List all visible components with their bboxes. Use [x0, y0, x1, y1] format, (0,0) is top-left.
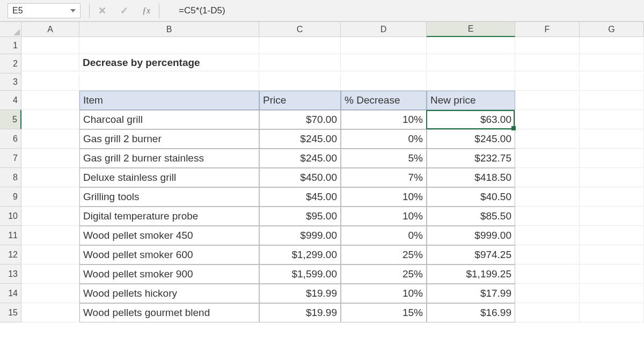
table-cell-newprice[interactable]: $40.50	[427, 187, 515, 207]
cell-F6[interactable]	[515, 129, 580, 149]
cell-G6[interactable]	[580, 129, 644, 149]
row-header-15[interactable]: 15	[0, 303, 21, 322]
table-cell-decrease[interactable]: 25%	[341, 264, 427, 284]
cell-A10[interactable]	[21, 207, 79, 226]
table-cell-newprice[interactable]: $1,199.25	[427, 264, 515, 284]
cell-A6[interactable]	[21, 129, 79, 149]
table-cell-newprice[interactable]: $974.25	[427, 245, 515, 264]
cell-G5[interactable]	[580, 110, 644, 129]
cell-A9[interactable]	[21, 187, 79, 207]
row-header-6[interactable]: 6	[0, 129, 21, 149]
table-cell-price[interactable]: $19.99	[259, 284, 341, 303]
cell-E1[interactable]	[427, 37, 515, 54]
table-cell-price[interactable]: $19.99	[259, 303, 341, 322]
table-cell-price[interactable]: $999.00	[259, 226, 341, 245]
fx-icon[interactable]: ƒx	[142, 6, 150, 16]
table-cell-decrease[interactable]: 10%	[341, 284, 427, 303]
table-cell-newprice[interactable]: $17.99	[427, 284, 515, 303]
accept-icon[interactable]: ✓	[120, 5, 128, 17]
table-cell-price[interactable]: $45.00	[259, 187, 341, 207]
row-header-3[interactable]: 3	[0, 74, 21, 91]
cell-A15[interactable]	[21, 303, 79, 322]
table-cell-decrease[interactable]: 15%	[341, 303, 427, 322]
row-header-11[interactable]: 11	[0, 226, 21, 245]
table-cell-newprice[interactable]: $85.50	[427, 207, 515, 226]
cell-A11[interactable]	[21, 226, 79, 245]
col-header-B[interactable]: B	[79, 22, 259, 37]
table-cell-item[interactable]: Charcoal grill	[79, 110, 259, 129]
table-header-decrease[interactable]: % Decrease	[341, 91, 427, 110]
cell-F1[interactable]	[515, 37, 580, 54]
table-cell-decrease[interactable]: 10%	[341, 187, 427, 207]
cell-D2[interactable]	[341, 54, 427, 71]
cell-F3[interactable]	[515, 74, 580, 91]
cell-F15[interactable]	[515, 303, 580, 322]
table-cell-newprice[interactable]: $16.99	[427, 303, 515, 322]
row-header-9[interactable]: 9	[0, 187, 21, 207]
cell-A7[interactable]	[21, 149, 79, 168]
cell-G11[interactable]	[580, 226, 644, 245]
cell-D3[interactable]	[341, 74, 427, 91]
table-cell-price[interactable]: $1,599.00	[259, 264, 341, 284]
cell-A14[interactable]	[21, 284, 79, 303]
table-cell-price[interactable]: $95.00	[259, 207, 341, 226]
cell-C1[interactable]	[259, 37, 341, 54]
row-header-8[interactable]: 8	[0, 168, 21, 187]
table-cell-item[interactable]: Digital temperature probe	[79, 207, 259, 226]
spreadsheet-grid[interactable]: ABCDEFG12Decrease by percentage34ItemPri…	[0, 21, 644, 322]
cell-B1[interactable]	[79, 37, 259, 54]
page-title[interactable]: Decrease by percentage	[79, 54, 259, 71]
table-cell-item[interactable]: Wood pellet smoker 450	[79, 226, 259, 245]
cell-G7[interactable]	[580, 149, 644, 168]
cell-G2[interactable]	[580, 54, 644, 71]
col-header-F[interactable]: F	[515, 22, 580, 37]
col-header-E[interactable]: E	[427, 22, 515, 37]
cell-C2[interactable]	[259, 54, 341, 71]
cell-F9[interactable]	[515, 187, 580, 207]
cell-G9[interactable]	[580, 187, 644, 207]
table-cell-decrease[interactable]: 0%	[341, 226, 427, 245]
cell-F12[interactable]	[515, 245, 580, 264]
cell-D1[interactable]	[341, 37, 427, 54]
table-cell-decrease[interactable]: 10%	[341, 110, 427, 129]
cell-F13[interactable]	[515, 264, 580, 284]
cell-F2[interactable]	[515, 54, 580, 71]
table-header-item[interactable]: Item	[79, 91, 259, 110]
table-cell-item[interactable]: Wood pellets hickory	[79, 284, 259, 303]
cell-A1[interactable]	[21, 37, 79, 54]
row-header-14[interactable]: 14	[0, 284, 21, 303]
cell-F5[interactable]	[515, 110, 580, 129]
cell-A13[interactable]	[21, 264, 79, 284]
row-header-7[interactable]: 7	[0, 149, 21, 168]
cell-A8[interactable]	[21, 168, 79, 187]
col-header-C[interactable]: C	[259, 22, 341, 37]
col-header-A[interactable]: A	[21, 22, 79, 37]
cell-F10[interactable]	[515, 207, 580, 226]
row-header-13[interactable]: 13	[0, 264, 21, 284]
row-header-4[interactable]: 4	[0, 91, 21, 110]
cell-A2[interactable]	[21, 54, 79, 71]
table-cell-price[interactable]: $70.00	[259, 110, 341, 129]
table-header-price[interactable]: Price	[259, 91, 341, 110]
cell-G1[interactable]	[580, 37, 644, 54]
table-cell-decrease[interactable]: 25%	[341, 245, 427, 264]
cell-A4[interactable]	[21, 91, 79, 110]
select-all-corner[interactable]	[0, 22, 21, 37]
row-header-2[interactable]: 2	[0, 54, 21, 74]
col-header-G[interactable]: G	[580, 22, 644, 37]
cell-E3[interactable]	[427, 74, 515, 91]
table-cell-decrease[interactable]: 5%	[341, 149, 427, 168]
table-cell-item[interactable]: Gas grill 2 burner	[79, 129, 259, 149]
table-cell-price[interactable]: $245.00	[259, 129, 341, 149]
cell-G14[interactable]	[580, 284, 644, 303]
cell-F7[interactable]	[515, 149, 580, 168]
table-cell-price[interactable]: $450.00	[259, 168, 341, 187]
col-header-D[interactable]: D	[341, 22, 427, 37]
row-header-12[interactable]: 12	[0, 245, 21, 264]
cell-F14[interactable]	[515, 284, 580, 303]
table-cell-item[interactable]: Wood pellet smoker 900	[79, 264, 259, 284]
cell-E2[interactable]	[427, 54, 515, 71]
table-cell-decrease[interactable]: 0%	[341, 129, 427, 149]
table-cell-price[interactable]: $1,299.00	[259, 245, 341, 264]
table-cell-item[interactable]: Deluxe stainless grill	[79, 168, 259, 187]
